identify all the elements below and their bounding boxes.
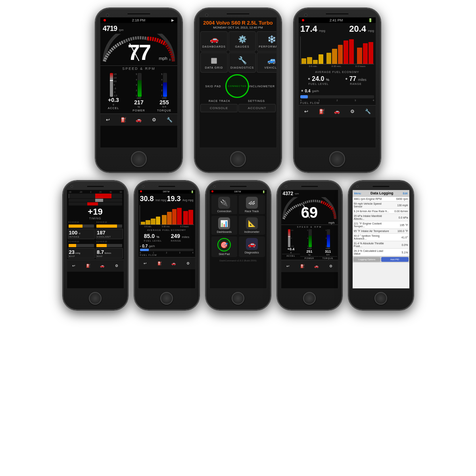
phone4-screen: -40-200204060 [67,190,124,289]
economy-label: AVERAGE FUEL ECONOMY [299,70,376,74]
vehicle-label: VEHICLE [264,66,276,69]
nav-back[interactable]: ↩ [302,107,310,115]
nav-car[interactable]: 🚗 [333,107,341,115]
nav-4[interactable]: ⚙ [327,262,335,270]
console-btn[interactable]: CONSOLE [200,104,238,112]
bar2 [307,57,312,64]
torque-lbl: TORQUE [322,257,333,259]
nav-2[interactable]: ⛽ [155,259,163,267]
logging-options-btn[interactable]: Logging Options [353,257,381,262]
settings-label[interactable]: SETTINGS [238,100,275,102]
menu-skid-pad[interactable]: 🎯 Skid Pad [211,236,238,257]
menu-dashboards[interactable]: 🚗 DASHBOARDS [200,31,228,52]
nav-1[interactable]: ↩ [141,259,149,267]
nav-4[interactable]: ⚙ [184,259,192,267]
nav-icon-3[interactable]: 🚗 [135,116,143,124]
bullet-icon-2: • [345,75,349,82]
nav-tools[interactable]: 🔧 [364,107,372,115]
home-button[interactable] [160,292,173,305]
skid-pad-label[interactable]: SKID PAD [201,85,225,88]
diagnostics-label: Diagnostics [245,251,259,254]
svg-text:8: 8 [169,58,171,61]
fuel-stats: 85.0 % FUEL LEVEL 249 miles RANGE [138,231,195,243]
menu-performance[interactable]: ❄️ PERFORMANCE [257,31,276,52]
account-btn[interactable]: ACCOUNT [238,104,276,112]
phone-data-logging: Menu Data Logging Edit 4881 rpm Engine R… [348,180,414,310]
ff-unit: gal/h [149,245,155,248]
connected-row: SKID PAD CONNECTED INCLINOMETER [200,73,276,99]
log-row-1: 59 mph Vehicle Speed Sensor 130 mph [353,202,409,209]
nav-1[interactable]: ↩ [284,262,292,270]
menu-gauges[interactable]: ⚙️ GAUGES [228,31,256,52]
nav-1[interactable]: ↩ [70,262,78,270]
nav-fuel[interactable]: ⛽ [318,107,326,115]
bar6 [332,49,337,64]
nav-3[interactable]: 🚗 [98,262,106,270]
status-bar: 2:41 PM 🔋 [299,17,376,23]
bullet-fuel-flow: • [301,87,303,94]
home-button[interactable] [374,292,387,305]
phone4-content: -40-200204060 [67,190,124,288]
race-track-icon: 🏎 [246,197,258,209]
log-val-1: 130 mph [390,204,408,207]
phone3-content: 2:41 PM 🔋 17.4 mpg 20.4 mpg [299,17,376,148]
home-button[interactable] [230,151,246,167]
edit-btn[interactable]: Edit [403,192,407,195]
data-log-header: Menu Data Logging Edit [353,190,409,197]
camera-dot [356,185,359,188]
nav-2[interactable]: ⛽ [298,262,306,270]
add-pid-btn[interactable]: Add PID [381,257,409,262]
chart-labels: 0-5 min. 0-30 min. 0-3 hours [300,64,374,68]
log-val-6: 41.0° [390,236,408,239]
phone-bottom [135,289,199,309]
home-button[interactable] [89,292,102,305]
camera-dot [213,185,216,188]
coolant-val: 187 [97,230,106,236]
log-key-5: 95 °F Intake Air Temperature [354,230,390,232]
menu-btn[interactable]: Menu [354,192,361,195]
rpm-label: rpm [119,29,124,31]
menu-vehicle[interactable]: 🚙 VEHICLE [257,52,276,73]
menu-data-grid[interactable]: ▦ DATA GRID [200,52,228,73]
nav-4[interactable]: ⚙ [113,262,121,270]
status-text: DBTM [234,190,241,193]
log-key-7: 31.4 % Absolute Throttle Posit... [354,242,390,248]
mcbar7 [172,209,177,225]
menu-inclinometer[interactable]: 📐 Inclinometer [239,216,265,235]
menu-connection[interactable]: 🔌 Connection [211,195,238,214]
nav-icon-4[interactable]: ⚙ [150,116,158,124]
bottom-nav: ↩ ⛽ 🚗 ⚙ [138,257,195,269]
home-button[interactable] [232,292,244,305]
connection-icon: 🔌 [218,197,230,209]
menu-diagnostics[interactable]: 🔧 DIAGNOSTICS [228,52,256,73]
menu-race-track[interactable]: 🏎 Race Track [239,195,265,214]
mcbar5 [162,215,167,225]
inclinometer-label[interactable]: INCLINOMETER [249,85,275,88]
chart-inner [300,36,374,64]
fuel-flow-bar [300,95,374,98]
nav-2[interactable]: ⛽ [84,262,92,270]
mini-gauge-row: 1.50-1.5 +0.4 g ACCEL [281,229,338,260]
fuel-level-item: • 24.0 % FUEL LEVEL [308,75,329,85]
phone5-content: DBTM 🔋 30.8 Inst mpg 19.3 Avg mpg [138,190,195,288]
nav-3[interactable]: 🚗 [313,262,321,270]
home-button[interactable] [303,292,316,305]
nav-settings[interactable]: ⚙ [349,107,357,115]
nav-icon-5[interactable]: 🔧 [166,116,174,124]
menu-dashboards[interactable]: 📊 Dashboards [211,216,238,235]
maf-val: 8.7 [97,249,104,255]
status-bar: 2:18 PM ▶ [100,17,177,23]
home-button[interactable] [329,151,345,167]
mcbar4 [156,217,161,225]
inst-val: 30.8 [140,195,154,203]
race-track-label[interactable]: RACE TRACK [201,100,238,102]
nav-icon-2[interactable]: ⛽ [119,116,127,124]
menu-diagnostics[interactable]: 🚗 Diagnostics [239,236,265,257]
phone-bottom [96,148,182,172]
home-button[interactable] [131,151,147,167]
torque-value: 255 [159,99,169,106]
nav-icon-1[interactable]: ↩ [104,116,112,124]
torque-col: 531 x100 311 lb·ft TORQUE [319,229,337,259]
gauges-icon: ⚙️ [238,35,247,44]
nav-3[interactable]: 🚗 [170,259,178,267]
